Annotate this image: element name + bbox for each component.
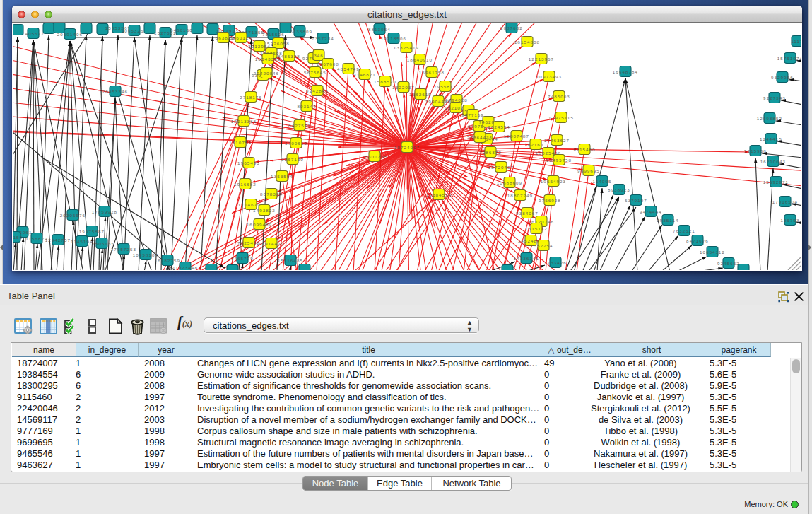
svg-text:62160: 62160 xyxy=(528,142,544,147)
svg-text:9146821: 9146821 xyxy=(353,72,376,77)
svg-text:6794028: 6794028 xyxy=(445,98,468,103)
svg-text:1493822: 1493822 xyxy=(253,208,276,213)
svg-text:2087682: 2087682 xyxy=(500,25,523,30)
svg-text:9474444: 9474444 xyxy=(640,209,662,214)
svg-text:1322037: 1322037 xyxy=(392,85,415,90)
svg-text:1117: 1117 xyxy=(791,39,801,44)
svg-text:9115460: 9115460 xyxy=(573,147,595,152)
svg-text:346: 346 xyxy=(314,53,324,58)
svg-text:5226058: 5226058 xyxy=(267,41,290,46)
svg-text:1610755: 1610755 xyxy=(229,140,252,145)
svg-text:1362615: 1362615 xyxy=(409,92,432,97)
svg-text:3624554: 3624554 xyxy=(488,124,510,129)
svg-text:12213967: 12213967 xyxy=(529,57,554,62)
svg-text:20206576: 20206576 xyxy=(60,213,86,218)
svg-text:6379197: 6379197 xyxy=(625,198,647,203)
svg-text:12942757: 12942757 xyxy=(45,238,71,243)
svg-text:16782759: 16782759 xyxy=(155,258,180,263)
svg-text:9384067: 9384067 xyxy=(516,211,539,216)
svg-text:9699695: 9699695 xyxy=(577,168,600,173)
svg-text:9756928: 9756928 xyxy=(539,198,561,203)
svg-text:16033809: 16033809 xyxy=(287,29,312,34)
svg-text:2718176: 2718176 xyxy=(240,95,262,100)
svg-text:9465779: 9465779 xyxy=(231,256,254,261)
svg-text:16914479: 16914479 xyxy=(259,241,284,246)
svg-text:10653267: 10653267 xyxy=(122,28,147,33)
svg-text:7625402: 7625402 xyxy=(237,240,260,245)
svg-text:9245652: 9245652 xyxy=(717,261,740,266)
svg-text:17016504: 17016504 xyxy=(772,199,798,204)
svg-text:1916682: 1916682 xyxy=(234,182,257,187)
svg-text:39159: 39159 xyxy=(13,235,23,240)
svg-text:9227343: 9227343 xyxy=(763,95,786,100)
svg-text:352254: 352254 xyxy=(534,243,553,248)
svg-text:1965493: 1965493 xyxy=(237,160,260,165)
svg-text:7357234: 7357234 xyxy=(312,36,334,41)
svg-text:19975887: 19975887 xyxy=(79,229,105,234)
svg-text:16961758: 16961758 xyxy=(419,70,445,75)
svg-text:9242848: 9242848 xyxy=(306,88,329,93)
svg-text:10688609: 10688609 xyxy=(497,180,522,185)
svg-text:1244415: 1244415 xyxy=(760,136,782,141)
svg-text:8860124: 8860124 xyxy=(230,35,252,40)
svg-text:20053346: 20053346 xyxy=(102,89,128,94)
svg-text:126753: 126753 xyxy=(780,218,799,223)
svg-text:15751074: 15751074 xyxy=(777,56,801,61)
svg-text:17859928: 17859928 xyxy=(92,209,117,214)
svg-text:15720407: 15720407 xyxy=(488,165,514,170)
svg-text:8486328: 8486328 xyxy=(278,54,300,59)
svg-text:8427552: 8427552 xyxy=(288,123,311,128)
svg-text:11923448: 11923448 xyxy=(172,265,198,270)
svg-text:1733426: 1733426 xyxy=(544,260,567,265)
svg-text:19384554: 19384554 xyxy=(426,192,452,197)
svg-text:18724007: 18724007 xyxy=(394,145,420,150)
svg-text:8813054: 8813054 xyxy=(368,27,391,32)
svg-text:18807249: 18807249 xyxy=(507,193,533,198)
svg-text:16648784: 16648784 xyxy=(613,69,638,74)
svg-text:8678334: 8678334 xyxy=(260,192,283,197)
svg-text:1353594: 1353594 xyxy=(271,174,293,179)
svg-text:8938923: 8938923 xyxy=(608,187,630,192)
svg-text:7485003: 7485003 xyxy=(548,94,570,99)
svg-text:1700619: 1700619 xyxy=(285,141,307,146)
svg-text:16154808: 16154808 xyxy=(514,40,540,45)
svg-text:3267130: 3267130 xyxy=(281,157,304,162)
svg-text:16210643: 16210643 xyxy=(760,159,786,164)
svg-text:12975115: 12975115 xyxy=(548,115,574,120)
svg-text:7955812: 7955812 xyxy=(434,84,457,89)
svg-text:16099489: 16099489 xyxy=(247,222,272,227)
svg-text:12093852: 12093852 xyxy=(757,116,782,121)
svg-text:803144: 803144 xyxy=(297,104,316,109)
svg-text:10958107: 10958107 xyxy=(133,252,158,257)
svg-text:20364436: 20364436 xyxy=(467,135,493,140)
svg-text:9329966: 9329966 xyxy=(771,75,794,80)
svg-text:19218506: 19218506 xyxy=(381,36,406,41)
svg-text:20691406: 20691406 xyxy=(57,32,83,37)
svg-text:15716485: 15716485 xyxy=(278,258,303,263)
svg-text:10973493: 10973493 xyxy=(536,74,562,79)
svg-text:12505135: 12505135 xyxy=(89,241,114,246)
svg-text:14136141: 14136141 xyxy=(514,256,539,261)
svg-text:5215958: 5215958 xyxy=(744,148,767,153)
svg-text:1615132: 1615132 xyxy=(525,226,548,231)
svg-text:5675645: 5675645 xyxy=(304,70,326,75)
svg-text:6466160: 6466160 xyxy=(170,28,193,33)
svg-text:18640910: 18640910 xyxy=(407,57,433,62)
svg-text:17957253: 17957253 xyxy=(111,247,136,252)
svg-text:10654112: 10654112 xyxy=(700,250,725,255)
svg-text:1588520: 1588520 xyxy=(374,79,396,84)
svg-text:8471676: 8471676 xyxy=(686,238,709,243)
svg-text:22420046: 22420046 xyxy=(254,71,279,76)
svg-text:16543392: 16543392 xyxy=(255,57,281,62)
svg-text:4854749: 4854749 xyxy=(337,66,360,71)
svg-text:12213383: 12213383 xyxy=(231,119,257,124)
svg-text:164095: 164095 xyxy=(592,179,611,184)
svg-text:2967608: 2967608 xyxy=(317,62,339,66)
svg-text:2935114: 2935114 xyxy=(657,218,678,223)
svg-text:9777169: 9777169 xyxy=(461,112,484,117)
svg-text:7986372: 7986372 xyxy=(479,150,502,155)
svg-text:19654923: 19654923 xyxy=(541,179,566,184)
svg-text:13495758: 13495758 xyxy=(546,158,572,163)
svg-text:13325419: 13325419 xyxy=(394,45,419,50)
svg-text:10807487: 10807487 xyxy=(504,134,529,139)
